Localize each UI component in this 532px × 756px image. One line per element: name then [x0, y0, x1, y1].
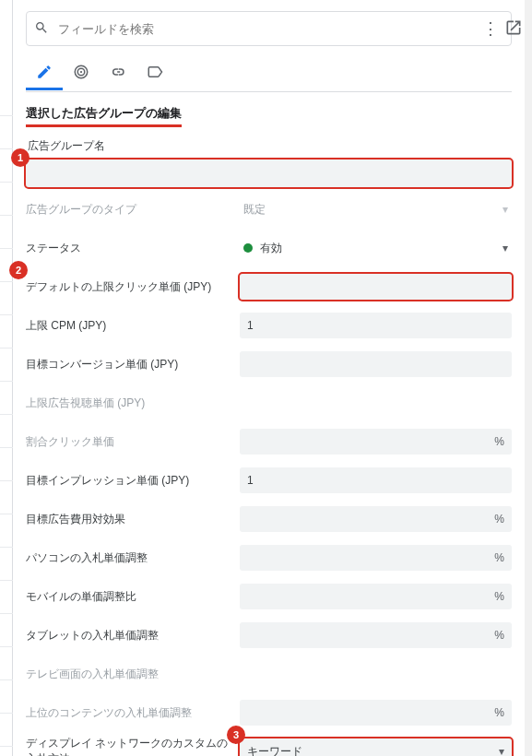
tab-link[interactable]	[100, 57, 136, 90]
input-ad-group-name[interactable]	[26, 159, 512, 187]
status-dot-icon	[243, 243, 253, 253]
label-tv-bid-adj: テレビ画面の入札単価調整	[26, 667, 240, 682]
input-desktop-bid-adj[interactable]	[240, 545, 512, 571]
target-icon	[73, 64, 89, 80]
row-target-cpm: 目標インプレッション単価 (JPY)	[26, 464, 512, 497]
input-top-content-bid-adj	[240, 700, 512, 726]
search-icon	[34, 20, 49, 38]
control-display-custom-bid: 3 キーワード ▾	[240, 738, 512, 756]
chevron-down-icon: ▾	[499, 745, 504, 756]
row-tv-bid-adj: テレビ画面の入札単価調整	[26, 657, 512, 691]
value-status: 有効	[260, 241, 282, 256]
select-display-custom-bid[interactable]: キーワード ▾	[240, 738, 512, 756]
control-desktop-bid-adj: %	[240, 545, 512, 571]
row-default-max-cpc: デフォルトの上限クリック単価 (JPY)	[26, 270, 512, 303]
label-desktop-bid-adj: パソコンの入札単価調整	[26, 550, 240, 566]
label-target-roas: 目標広告費用対効果	[26, 512, 240, 527]
input-wrap-ad-group-name: 1	[26, 159, 512, 187]
label-icon	[147, 64, 163, 80]
input-target-cpm[interactable]	[240, 467, 512, 493]
control-ad-group-type: 既定 ▾	[240, 196, 512, 222]
control-tablet-bid-adj: %	[240, 622, 512, 648]
control-target-cpm	[240, 467, 512, 493]
form-area: 広告グループ名 1 広告グループのタイプ 既定 ▾ 2 ステータス	[26, 138, 512, 756]
label-ad-group-type: 広告グループのタイプ	[26, 202, 240, 218]
chevron-down-icon: ▾	[502, 242, 508, 254]
input-percent-cpc	[240, 429, 512, 455]
label-tablet-bid-adj: タブレットの入札単価調整	[26, 628, 240, 644]
search-input[interactable]	[58, 22, 477, 36]
svg-point-2	[80, 71, 82, 73]
input-tablet-bid-adj[interactable]	[240, 622, 512, 648]
label-display-custom-bid: ディスプレイ ネットワークのカスタムの入札方法	[26, 736, 240, 756]
select-ad-group-type: 既定 ▾	[240, 196, 512, 222]
link-icon	[110, 64, 126, 80]
label-top-content-bid-adj: 上位のコンテンツの入札単価調整	[26, 705, 240, 721]
row-max-cpm: 上限 CPM (JPY)	[26, 309, 512, 342]
row-desktop-bid-adj: パソコンの入札単価調整 %	[26, 541, 512, 574]
value-display-custom-bid: キーワード	[247, 744, 302, 757]
row-mobile-bid-adj: モバイルの単価調整比 %	[26, 580, 512, 613]
row-percent-cpc: 割合クリック単価 %	[26, 425, 512, 458]
tab-bar	[26, 55, 512, 92]
row-top-content-bid-adj: 上位のコンテンツの入札単価調整 %	[26, 696, 512, 729]
row-display-custom-bid: ディスプレイ ネットワークのカスタムの入札方法 3 キーワード ▾	[26, 735, 512, 756]
row-max-cpv: 上限広告視聴単価 (JPY)	[26, 386, 512, 419]
annotation-badge-1: 1	[11, 148, 30, 167]
open-external-icon[interactable]	[504, 18, 523, 41]
value-ad-group-type: 既定	[243, 202, 266, 218]
control-max-cpm	[240, 313, 512, 338]
field-ad-group-name: 広告グループ名 1	[26, 138, 512, 187]
tab-edit[interactable]	[26, 57, 63, 90]
label-default-max-cpc: デフォルトの上限クリック単価 (JPY)	[26, 279, 240, 295]
edit-panel: ⋮ 選択した広告グループの編集 広告グループ名 1 広告グループのタ	[13, 0, 525, 756]
label-percent-cpc: 割合クリック単価	[26, 434, 240, 450]
label-target-cpm: 目標インプレッション単価 (JPY)	[26, 473, 240, 489]
annotation-badge-3: 3	[227, 726, 245, 744]
annotation-badge-2: 2	[9, 261, 28, 279]
label-max-cpm: 上限 CPM (JPY)	[26, 318, 240, 334]
left-table-stub	[0, 0, 13, 756]
pencil-icon	[36, 64, 53, 80]
control-mobile-bid-adj: %	[240, 584, 512, 609]
label-target-cpa: 目標コンバージョン単価 (JPY)	[26, 357, 240, 372]
row-status: 2 ステータス 有効 ▾	[26, 231, 512, 265]
label-ad-group-name: 広告グループ名	[28, 138, 512, 154]
input-max-cpm[interactable]	[240, 313, 512, 338]
control-percent-cpc: %	[240, 429, 512, 455]
more-menu-icon[interactable]: ⋮	[477, 18, 503, 39]
input-default-max-cpc[interactable]	[240, 274, 512, 300]
control-top-content-bid-adj: %	[240, 700, 512, 726]
label-status: ステータス	[26, 241, 240, 256]
section-title: 選択した広告グループの編集	[26, 105, 182, 127]
input-target-roas[interactable]	[240, 506, 512, 532]
input-mobile-bid-adj[interactable]	[240, 584, 512, 609]
control-target-cpa	[240, 351, 512, 377]
label-mobile-bid-adj: モバイルの単価調整比	[26, 589, 240, 605]
control-status: 有効 ▾	[240, 235, 512, 261]
row-tablet-bid-adj: タブレットの入札単価調整 %	[26, 619, 512, 652]
input-target-cpa[interactable]	[240, 351, 512, 377]
label-max-cpv: 上限広告視聴単価 (JPY)	[26, 396, 240, 411]
chevron-down-icon: ▾	[502, 203, 508, 216]
row-target-cpa: 目標コンバージョン単価 (JPY)	[26, 348, 512, 381]
tab-target[interactable]	[63, 57, 100, 90]
row-ad-group-type: 広告グループのタイプ 既定 ▾	[26, 193, 512, 226]
search-bar: ⋮	[26, 11, 512, 46]
tab-label[interactable]	[136, 57, 173, 90]
control-default-max-cpc	[240, 274, 512, 300]
control-target-roas: %	[240, 506, 512, 532]
row-target-roas: 目標広告費用対効果 %	[26, 502, 512, 536]
select-status[interactable]: 有効 ▾	[240, 235, 512, 261]
scrollbar-track[interactable]	[525, 0, 532, 756]
